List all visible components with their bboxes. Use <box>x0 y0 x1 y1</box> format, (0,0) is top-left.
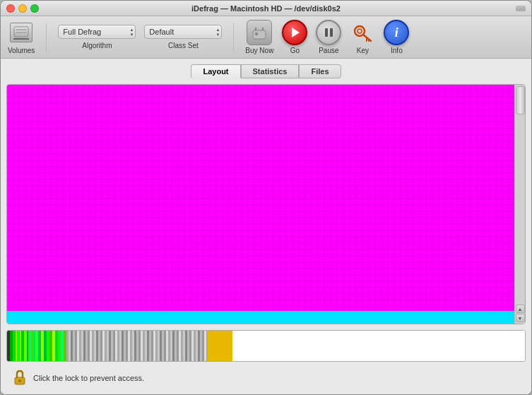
key-icon <box>350 20 375 45</box>
key-button[interactable]: Key <box>350 20 375 54</box>
status-bar: Click the lock to prevent access. <box>6 367 526 389</box>
pause-bars <box>325 28 333 37</box>
svg-rect-3 <box>253 30 266 39</box>
mini-map-gray <box>66 331 208 361</box>
go-icon <box>282 20 307 45</box>
svg-rect-6 <box>255 33 258 35</box>
volumes-icon <box>8 20 34 45</box>
volumes-button[interactable]: Volumes <box>8 20 35 54</box>
go-button[interactable]: Go <box>282 20 307 54</box>
pause-bar-1 <box>325 28 328 37</box>
cyan-stripe <box>7 311 514 324</box>
scrollbar-down-arrow[interactable]: ▼ <box>516 314 525 322</box>
svg-rect-1 <box>16 29 27 30</box>
main-content: Layout Statistics Files <box>1 59 531 394</box>
disk-map-canvas <box>7 85 514 324</box>
algorithm-group: Full Defrag Defrag Only Compact Optimize… <box>58 25 136 49</box>
classset-label: Class Set <box>168 42 199 49</box>
tab-layout[interactable]: Layout <box>191 64 240 78</box>
mini-map-white <box>232 331 525 361</box>
algorithm-select-wrapper: Full Defrag Defrag Only Compact Optimize <box>58 25 136 39</box>
key-label: Key <box>357 47 369 54</box>
go-label: Go <box>290 47 300 54</box>
svg-rect-15 <box>7 85 514 311</box>
pause-icon <box>316 20 341 45</box>
mini-map <box>6 330 526 362</box>
scrollbar: ▲ ▼ <box>514 85 525 324</box>
titlebar: iDefrag — Macintosh HD — /dev/disk0s2 <box>1 1 531 16</box>
buynow-label: Buy Now <box>245 47 273 54</box>
classset-select-wrapper: Default Custom <box>144 25 222 39</box>
svg-point-8 <box>357 29 362 33</box>
svg-point-17 <box>18 379 21 382</box>
info-label: Info <box>391 47 403 54</box>
lock-icon[interactable] <box>12 370 28 386</box>
sep-1 <box>46 23 47 52</box>
toolbar: Volumes Full Defrag Defrag Only Compact … <box>1 16 531 59</box>
resize-indicator <box>516 6 526 11</box>
pause-button[interactable]: Pause <box>316 20 341 54</box>
disk-map-scroll: ▲ ▼ <box>7 85 525 324</box>
buynow-button[interactable]: Buy Now <box>245 20 273 54</box>
mini-map-green <box>10 331 66 361</box>
volumes-label: Volumes <box>8 47 35 54</box>
scrollbar-thumb[interactable] <box>516 86 525 114</box>
buynow-icon <box>247 20 272 45</box>
tab-files[interactable]: Files <box>299 64 341 78</box>
scrollbar-up-arrow[interactable]: ▲ <box>516 305 525 313</box>
volumes-disk-icon <box>10 23 32 42</box>
pause-bar-2 <box>330 28 333 37</box>
mini-map-yellow <box>208 331 232 361</box>
close-button[interactable] <box>6 4 15 13</box>
scrollbar-arrows: ▲ ▼ <box>516 305 525 322</box>
classset-group: Default Custom Class Set <box>144 25 222 49</box>
pause-label: Pause <box>319 47 338 54</box>
info-button[interactable]: i Info <box>384 20 409 54</box>
minimize-button[interactable] <box>18 4 27 13</box>
window-title: iDefrag — Macintosh HD — /dev/disk0s2 <box>191 4 341 13</box>
tab-bar: Layout Statistics Files <box>6 64 526 78</box>
tab-statistics[interactable]: Statistics <box>241 64 300 78</box>
sep-2 <box>233 23 234 52</box>
blocks-area <box>7 85 514 311</box>
classset-select[interactable]: Default Custom <box>144 25 222 39</box>
svg-rect-2 <box>16 32 27 33</box>
algorithm-label: Algorithm <box>82 42 112 49</box>
disk-map-container: ▲ ▼ <box>6 84 526 324</box>
maximize-button[interactable] <box>30 4 39 13</box>
algorithm-select[interactable]: Full Defrag Defrag Only Compact Optimize <box>58 25 136 39</box>
mini-map-inner <box>10 331 525 361</box>
traffic-lights <box>6 4 39 13</box>
info-icon: i <box>384 20 409 45</box>
main-window: iDefrag — Macintosh HD — /dev/disk0s2 <box>0 0 532 395</box>
status-text: Click the lock to prevent access. <box>33 374 144 382</box>
go-play-icon <box>292 28 300 37</box>
